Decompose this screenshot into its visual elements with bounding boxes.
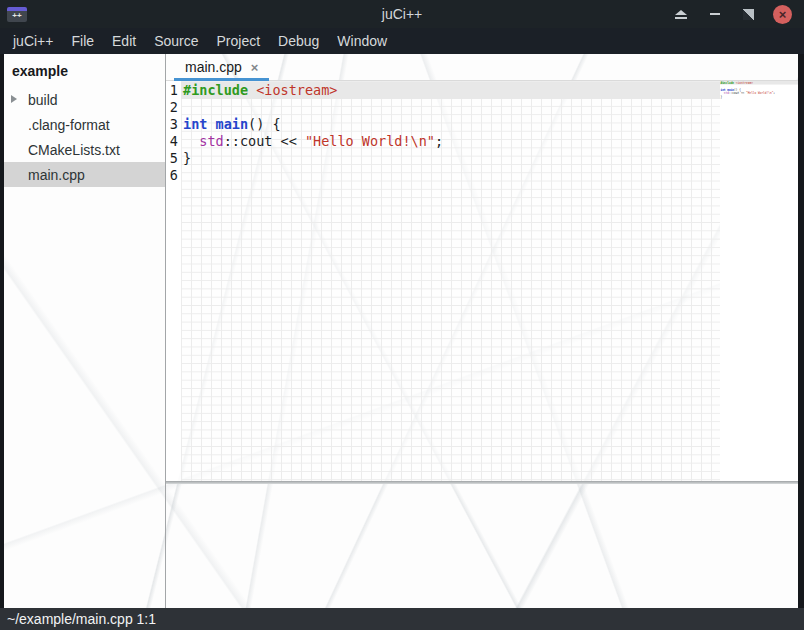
tree-item-build[interactable]: build: [4, 87, 165, 112]
tree-item-label: build: [28, 92, 58, 108]
code-line: [181, 167, 720, 184]
content-area: example build.clang-formatCMakeLists.txt…: [0, 54, 804, 608]
line-number: 3: [166, 116, 178, 133]
tree-item-label: CMakeLists.txt: [28, 142, 120, 158]
menu-item-debug[interactable]: Debug: [269, 29, 328, 53]
tab-close-icon[interactable]: ×: [251, 61, 259, 74]
output-panel[interactable]: [166, 484, 798, 608]
code-editor[interactable]: #include <iostream> int main() { std::co…: [181, 81, 720, 481]
menu-item-edit[interactable]: Edit: [103, 29, 145, 53]
code-line: [181, 99, 720, 116]
line-number: 6: [166, 167, 178, 184]
close-button[interactable]: ×: [773, 5, 792, 24]
line-number-gutter: 123456: [166, 81, 181, 481]
menubar: juCi++FileEditSourceProjectDebugWindow: [0, 28, 804, 54]
file-tree-panel: example build.clang-formatCMakeLists.txt…: [4, 54, 166, 608]
minus-icon: [710, 13, 720, 15]
code-line: [720, 99, 798, 103]
window-controls: ×: [671, 5, 804, 24]
line-number: 4: [166, 133, 178, 150]
editor-area: 123456 #include <iostream> int main() { …: [166, 81, 798, 481]
tree-item-label: .clang-format: [28, 117, 110, 133]
menu-item-juci[interactable]: juCi++: [4, 29, 62, 53]
code-line: }: [181, 150, 720, 167]
restore-button[interactable]: [739, 5, 758, 24]
line-number: 5: [166, 150, 178, 167]
code-lines: #include <iostream> int main() { std::co…: [720, 81, 798, 102]
eject-icon: [675, 10, 687, 15]
tree-root-folder[interactable]: example: [4, 60, 165, 87]
juci-window: ++ juCi++ × juCi++FileEditSourceProjectD…: [0, 0, 804, 630]
menu-item-window[interactable]: Window: [328, 29, 396, 53]
tree-items: build.clang-formatCMakeLists.txtmain.cpp: [4, 87, 165, 187]
menu-item-project[interactable]: Project: [208, 29, 270, 53]
menu-item-file[interactable]: File: [62, 29, 103, 53]
app-logo-icon: ++: [7, 7, 27, 22]
statusbar: ~/example/main.cpp 1:1: [0, 608, 804, 630]
expander-icon[interactable]: [11, 95, 17, 103]
code-lines: #include <iostream> int main() { std::co…: [181, 82, 720, 184]
tabbar: main.cpp ×: [166, 54, 798, 81]
tree-item-main-cpp[interactable]: main.cpp: [4, 162, 165, 187]
minimap[interactable]: #include <iostream> int main() { std::co…: [720, 81, 798, 481]
code-line: int main() {: [181, 116, 720, 133]
tree-item--clang-format[interactable]: .clang-format: [4, 112, 165, 137]
tab-label: main.cpp: [185, 59, 242, 75]
minimize-button[interactable]: [705, 5, 724, 24]
tree-item-cmakelists-txt[interactable]: CMakeLists.txt: [4, 137, 165, 162]
code-line: #include <iostream>: [181, 82, 720, 99]
tab-main-cpp[interactable]: main.cpp ×: [174, 54, 269, 80]
restore-icon: [743, 9, 754, 20]
titlebar: ++ juCi++ ×: [0, 0, 804, 28]
line-number: 1: [166, 82, 178, 99]
close-icon: ×: [779, 8, 787, 21]
menu-item-source[interactable]: Source: [145, 29, 207, 53]
line-number: 2: [166, 99, 178, 116]
status-file-path: ~/example/main.cpp 1:1: [7, 611, 156, 627]
shade-button[interactable]: [671, 5, 690, 24]
code-line: std::cout << "Hello World!\n";: [181, 133, 720, 150]
tree-item-label: main.cpp: [28, 167, 85, 183]
editor-column: main.cpp × 123456 #include <iostream> in…: [166, 54, 798, 608]
